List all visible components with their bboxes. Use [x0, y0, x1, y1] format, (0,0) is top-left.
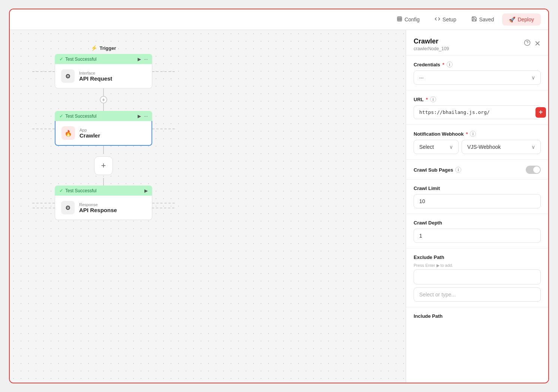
saved-icon: [471, 16, 477, 23]
crawl-sub-info-icon[interactable]: i: [455, 167, 461, 173]
setup-icon: [435, 16, 440, 23]
credentials-select[interactable]: ··· ∨: [414, 70, 541, 85]
node1-actions: ▶ ···: [138, 57, 148, 62]
exclude-path-section: Exclude Path Press Enter ▶ to add. Selec…: [406, 248, 548, 302]
trigger-label: ⚡ Trigger: [91, 45, 116, 51]
node1-body[interactable]: ⚙ Interface API Request: [55, 64, 152, 88]
node-api-request: ✓ Test Successful ▶ ··· ⚙ Interface API …: [55, 54, 152, 88]
node3-body[interactable]: ⚙ Response API Response: [55, 196, 152, 220]
crawl-sub-label: Crawl Sub Pages i: [414, 167, 461, 173]
node1-icon: ⚙: [61, 69, 75, 83]
play-icon-1[interactable]: ▶: [138, 57, 141, 62]
right-panel: Crawler crawlerNode_109 ✕ Credentials * …: [406, 30, 548, 383]
help-icon[interactable]: [524, 39, 531, 48]
webhook-select-left[interactable]: Select ∨: [414, 140, 459, 154]
exclude-path-select-type[interactable]: Select or type...: [414, 287, 541, 302]
deploy-icon: 🚀: [509, 16, 515, 22]
close-icon[interactable]: ✕: [534, 39, 541, 48]
tab-setup[interactable]: Setup: [428, 13, 463, 26]
more-icon-1[interactable]: ···: [144, 57, 148, 62]
dashed-right-4: [152, 208, 174, 208]
webhook-right-chevron: ∨: [531, 144, 535, 150]
add-btn-1[interactable]: +: [100, 96, 107, 103]
top-nav: Config Setup Saved 🚀 Deploy: [10, 9, 548, 30]
node2-header: ✓ Test Successful ▶ ···: [55, 111, 152, 121]
connector-3: [103, 146, 104, 153]
node3-actions: ▶: [144, 188, 148, 193]
node2-icon: 🔥: [62, 126, 75, 140]
svg-rect-0: [398, 17, 402, 21]
trigger-icon: ⚡: [91, 45, 97, 51]
panel-header-icons: ✕: [524, 37, 541, 48]
credentials-section: Credentials * i ··· ∨: [406, 55, 548, 85]
credentials-chevron: ∨: [531, 75, 535, 81]
webhook-row: Select ∨ VJS-Webhook ∨: [414, 140, 541, 154]
node2-status: ✓ Test Successful: [59, 113, 96, 119]
dashed-right-3: [152, 203, 175, 203]
panel-subtitle: crawlerNode_109: [414, 46, 449, 51]
webhook-section: Notification Webhook * i Select ∨ VJS-We…: [406, 125, 548, 154]
exclude-path-label: Exclude Path: [414, 254, 541, 260]
more-icon-2[interactable]: ···: [144, 114, 148, 119]
crawl-depth-input[interactable]: [414, 229, 541, 243]
panel-title-wrap: Crawler crawlerNode_109: [414, 37, 449, 51]
crawl-limit-section: Crawl Limit: [406, 180, 548, 208]
toggle-knob: [533, 166, 540, 173]
config-icon: [397, 16, 402, 23]
tab-saved[interactable]: Saved: [465, 13, 501, 26]
node2-text: App Crawler: [80, 128, 100, 139]
dashed-right-1: [152, 71, 175, 72]
crawl-sub-section: Crawl Sub Pages i: [406, 160, 548, 174]
check-icon-2: ✓: [59, 113, 63, 119]
connector-4: [103, 178, 104, 186]
crawl-limit-label: Crawl Limit: [414, 186, 541, 191]
node3-icon: ⚙: [61, 201, 75, 214]
webhook-select-right[interactable]: VJS-Webhook ∨: [462, 140, 541, 154]
check-icon-3: ✓: [59, 188, 63, 193]
node-api-response: ✓ Test Successful ▶ ⚙ Response A: [55, 186, 152, 220]
credentials-info-icon[interactable]: i: [447, 61, 453, 67]
panel-header: Crawler crawlerNode_109 ✕: [406, 30, 548, 55]
canvas-area: ⚡ Trigger ✓ Test Successful ▶ ···: [10, 30, 406, 383]
crawl-sub-toggle[interactable]: [526, 166, 541, 174]
tab-config[interactable]: Config: [390, 13, 426, 26]
dashed-left-3: [32, 203, 55, 203]
exclude-path-input[interactable]: [414, 269, 541, 284]
crawl-depth-label: Crawl Depth: [414, 220, 541, 226]
node1-text: Interface API Request: [79, 71, 112, 82]
webhook-left-chevron: ∨: [449, 144, 453, 150]
url-input[interactable]: [414, 105, 541, 119]
node1-header: ✓ Test Successful ▶ ···: [55, 54, 152, 64]
crawl-sub-row: Crawl Sub Pages i: [414, 166, 541, 174]
tab-deploy[interactable]: 🚀 Deploy: [502, 13, 541, 25]
url-label: URL * i: [414, 96, 541, 102]
node3-text: Response API Response: [79, 202, 117, 213]
credentials-required: *: [442, 62, 444, 67]
dashed-right-2: [152, 129, 175, 129]
credentials-label: Credentials * i: [414, 61, 541, 67]
node-crawler: ✓ Test Successful ▶ ··· 🔥 App Crawler: [55, 111, 152, 146]
crawl-depth-section: Crawl Depth: [406, 214, 548, 243]
include-path-label: Include Path: [414, 313, 541, 319]
webhook-label: Notification Webhook * i: [414, 131, 541, 137]
play-icon-2[interactable]: ▶: [138, 114, 141, 119]
crawl-limit-input[interactable]: [414, 194, 541, 208]
dashed-left-2: [32, 129, 55, 129]
url-add-button[interactable]: +: [536, 107, 546, 118]
url-info-icon[interactable]: i: [430, 96, 436, 102]
include-path-section: Include Path: [406, 307, 548, 319]
dashed-left-4: [33, 208, 55, 208]
node2-body[interactable]: 🔥 App Crawler: [55, 121, 152, 146]
add-node-button[interactable]: +: [94, 156, 113, 175]
webhook-required: *: [466, 131, 468, 137]
node2-actions: ▶ ···: [138, 114, 148, 119]
exclude-path-hint: Press Enter ▶ to add.: [414, 263, 541, 268]
flow-container: ⚡ Trigger ✓ Test Successful ▶ ···: [55, 45, 152, 220]
url-section: URL * i +: [406, 90, 548, 119]
panel-title: Crawler: [414, 37, 449, 45]
connector-1: [103, 88, 104, 96]
webhook-info-icon[interactable]: i: [470, 131, 476, 137]
node3-header: ✓ Test Successful ▶: [55, 186, 152, 196]
play-icon-3[interactable]: ▶: [144, 188, 148, 193]
url-field-wrap: +: [414, 105, 541, 119]
